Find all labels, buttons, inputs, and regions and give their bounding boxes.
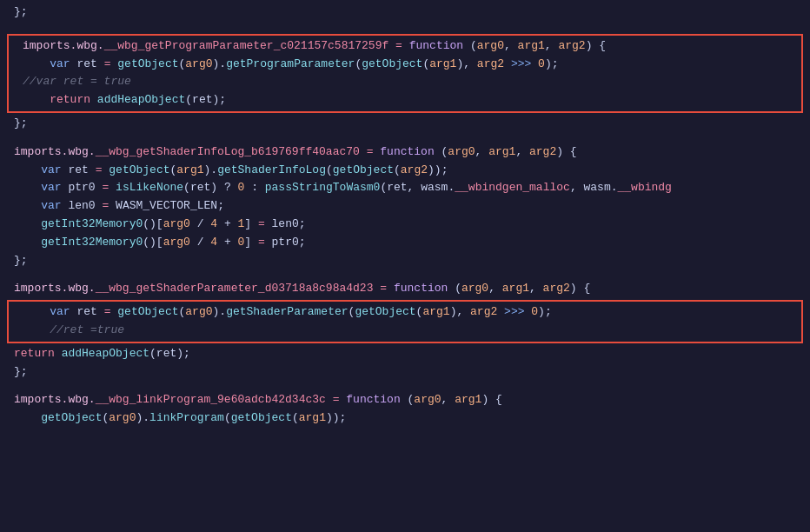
code-line: //var ret = true	[9, 73, 801, 91]
code-line: return addHeapObject(ret);	[0, 345, 810, 363]
code-line: };	[0, 363, 810, 382]
code-line: };	[0, 252, 810, 270]
highlighted-block-2: var ret = getObject(arg0).getShaderParam…	[7, 300, 803, 343]
code-line: };	[0, 115, 810, 133]
code-line: var ret = getObject(arg0).getShaderParam…	[9, 303, 801, 322]
code-line: var ptr0 = isLikeNone(ret) ? 0 : passStr…	[0, 179, 810, 197]
code-line: imports.wbg.__wbg_getShaderParameter_d03…	[0, 280, 810, 298]
code-line: var ret = getObject(arg1).getShaderInfoL…	[0, 162, 810, 180]
code-line: getInt32Memory0()[arg0 / 4 + 0] = ptr0;	[0, 234, 810, 252]
code-line: var ret = getObject(arg0).getProgramPara…	[9, 56, 801, 74]
code-line: //ret =true	[9, 322, 801, 340]
highlighted-block-1: imports.wbg.__wbg_getProgramParameter_c0…	[7, 34, 803, 113]
code-editor: }; imports.wbg.__wbg_getProgramParameter…	[0, 0, 810, 532]
code-line: imports.wbg.__wbg_getShaderInfoLog_b6197…	[0, 143, 810, 162]
code-line: imports.wbg.__wbg_getProgramParameter_c0…	[9, 37, 801, 56]
code-line: getObject(arg0).linkProgram(getObject(ar…	[0, 409, 810, 428]
code-line: getInt32Memory0()[arg0 / 4 + 1] = len0;	[0, 216, 810, 234]
code-line: };	[0, 3, 810, 22]
code-line: return addHeapObject(ret);	[9, 91, 801, 110]
code-line: imports.wbg.__wbg_linkProgram_9e60adcb42…	[0, 391, 810, 409]
code-line: var len0 = WASM_VECTOR_LEN;	[0, 197, 810, 216]
